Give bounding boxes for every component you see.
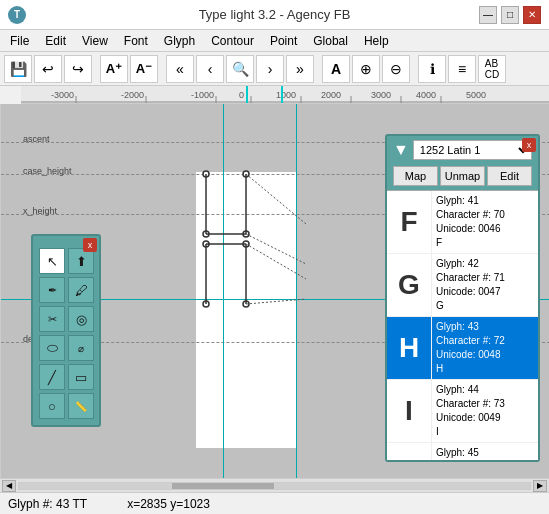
char-item-J[interactable]: I Glyph: 45 Character #: 74 Unicode: 004… (387, 443, 538, 460)
glyph-info: Glyph #: 43 TT (8, 497, 87, 511)
search-button[interactable]: 🔍 (226, 55, 254, 83)
char-char-num: Character #: 73 (436, 397, 534, 411)
char-unicode: Unicode: 0048 (436, 348, 534, 362)
char-glyph-num: Glyph: 45 (436, 446, 534, 460)
close-button[interactable]: ✕ (523, 6, 541, 24)
char-item-I[interactable]: I Glyph: 44 Character #: 73 Unicode: 004… (387, 380, 538, 443)
menu-font[interactable]: Font (116, 32, 156, 50)
svg-text:0: 0 (239, 90, 244, 100)
char-info-F: Glyph: 41 Character #: 70 Unicode: 0046 … (432, 191, 538, 253)
toolbox-close-button[interactable]: x (83, 238, 97, 252)
svg-line-47 (246, 299, 306, 304)
char-panel-expand-icon[interactable]: ▼ (393, 141, 409, 159)
char-label: G (436, 299, 534, 313)
svg-line-45 (246, 234, 306, 264)
prev-button[interactable]: ‹ (196, 55, 224, 83)
tool-scissors[interactable]: ✂ (39, 306, 65, 332)
menu-edit[interactable]: Edit (37, 32, 74, 50)
scroll-right-button[interactable]: ▶ (533, 480, 547, 492)
toolbox-panel: x ↖ ⬆ ✒ 🖊 ✂ ◎ ⬭ ⌀ ╱ ▭ ○ 📏 (31, 234, 101, 427)
undo-button[interactable]: ↩ (34, 55, 62, 83)
char-panel-dropdown[interactable]: 1252 Latin 1 (413, 140, 532, 160)
char-info-H: Glyph: 43 Character #: 72 Unicode: 0048 … (432, 317, 538, 379)
char-item-H[interactable]: H Glyph: 43 Character #: 72 Unicode: 004… (387, 317, 538, 380)
svg-text:-3000: -3000 (51, 90, 74, 100)
menu-glyph[interactable]: Glyph (156, 32, 203, 50)
status-bar: Glyph #: 43 TT x=2835 y=1023 (0, 492, 549, 514)
char-preview-F: F (387, 191, 432, 253)
skip-end-button[interactable]: » (286, 55, 314, 83)
properties-button[interactable]: ≡ (448, 55, 476, 83)
char-panel: x ▼ 1252 Latin 1 Map Unmap Edit F (385, 134, 540, 462)
svg-text:1000: 1000 (276, 90, 296, 100)
char-preview-I: I (387, 380, 432, 442)
scroll-left-button[interactable]: ◀ (2, 480, 16, 492)
tool-ellipse2[interactable]: ⌀ (68, 335, 94, 361)
map-button[interactable]: Map (393, 166, 438, 186)
char-panel-header: ▼ 1252 Latin 1 (387, 136, 538, 164)
char-item-G[interactable]: G Glyph: 42 Character #: 71 Unicode: 004… (387, 254, 538, 317)
char-preview-J: I (387, 443, 432, 460)
menu-view[interactable]: View (74, 32, 116, 50)
minimize-button[interactable]: — (479, 6, 497, 24)
next-button[interactable]: › (256, 55, 284, 83)
char-char-num: Character #: 71 (436, 271, 534, 285)
char-glyph-num: Glyph: 44 (436, 383, 534, 397)
increase-size-button[interactable]: A⁺ (100, 55, 128, 83)
tool-ellipse[interactable]: ⬭ (39, 335, 65, 361)
select-button[interactable]: A (322, 55, 350, 83)
main-area: 2000 1000 0 -1000 -2000 -3000 (0, 86, 549, 492)
window-controls: — □ ✕ (479, 6, 541, 24)
title-bar: T Type light 3.2 - Agency FB — □ ✕ (0, 0, 549, 30)
zoom-in-button[interactable]: ⊕ (352, 55, 380, 83)
char-label: I (436, 425, 534, 439)
char-unicode: Unicode: 0046 (436, 222, 534, 236)
svg-text:4000: 4000 (416, 90, 436, 100)
tool-circle-sel[interactable]: ◎ (68, 306, 94, 332)
redo-button[interactable]: ↪ (64, 55, 92, 83)
char-char-num: Character #: 72 (436, 334, 534, 348)
menu-file[interactable]: File (2, 32, 37, 50)
menu-bar: File Edit View Font Glyph Contour Point … (0, 30, 549, 52)
svg-text:-2000: -2000 (121, 90, 144, 100)
menu-contour[interactable]: Contour (203, 32, 262, 50)
svg-text:2000: 2000 (321, 90, 341, 100)
unmap-button[interactable]: Unmap (440, 166, 485, 186)
tool-select[interactable]: ↖ (39, 248, 65, 274)
skip-start-button[interactable]: « (166, 55, 194, 83)
menu-help[interactable]: Help (356, 32, 397, 50)
toolbox-grid: ↖ ⬆ ✒ 🖊 ✂ ◎ ⬭ ⌀ ╱ ▭ ○ 📏 (39, 248, 93, 419)
menu-point[interactable]: Point (262, 32, 305, 50)
char-item-F[interactable]: F Glyph: 41 Character #: 70 Unicode: 004… (387, 191, 538, 254)
svg-text:5000: 5000 (466, 90, 486, 100)
menu-global[interactable]: Global (305, 32, 356, 50)
hscrollbar: ◀ ▶ (0, 478, 549, 492)
char-panel-close-button[interactable]: x (522, 138, 536, 152)
canvas-area[interactable]: ascent case_height x_height descent (1, 104, 549, 478)
title-text: Type light 3.2 - Agency FB (199, 7, 351, 22)
char-preview-H: H (387, 317, 432, 379)
info-button[interactable]: ℹ (418, 55, 446, 83)
svg-text:3000: 3000 (371, 90, 391, 100)
save-button[interactable]: 💾 (4, 55, 32, 83)
maximize-button[interactable]: □ (501, 6, 519, 24)
char-glyph-num: Glyph: 42 (436, 257, 534, 271)
scroll-thumb[interactable] (172, 483, 274, 489)
tool-line[interactable]: ╱ (39, 364, 65, 390)
char-list: F Glyph: 41 Character #: 70 Unicode: 004… (387, 190, 538, 460)
char-char-num: Character #: 70 (436, 208, 534, 222)
ascent-label: ascent (23, 134, 50, 144)
preview-button[interactable]: ABCD (478, 55, 506, 83)
zoom-out-button[interactable]: ⊖ (382, 55, 410, 83)
tool-rect[interactable]: ▭ (68, 364, 94, 390)
scroll-track[interactable] (18, 482, 531, 490)
edit-button[interactable]: Edit (487, 166, 532, 186)
decrease-size-button[interactable]: A⁻ (130, 55, 158, 83)
tool-pen[interactable]: ✒ (39, 277, 65, 303)
tool-measure[interactable]: 📏 (68, 393, 94, 419)
char-label: H (436, 362, 534, 376)
tool-freehand[interactable]: 🖊 (68, 277, 94, 303)
tool-oval[interactable]: ○ (39, 393, 65, 419)
app-icon: T (8, 6, 26, 24)
coords-info: x=2835 y=1023 (127, 497, 210, 511)
